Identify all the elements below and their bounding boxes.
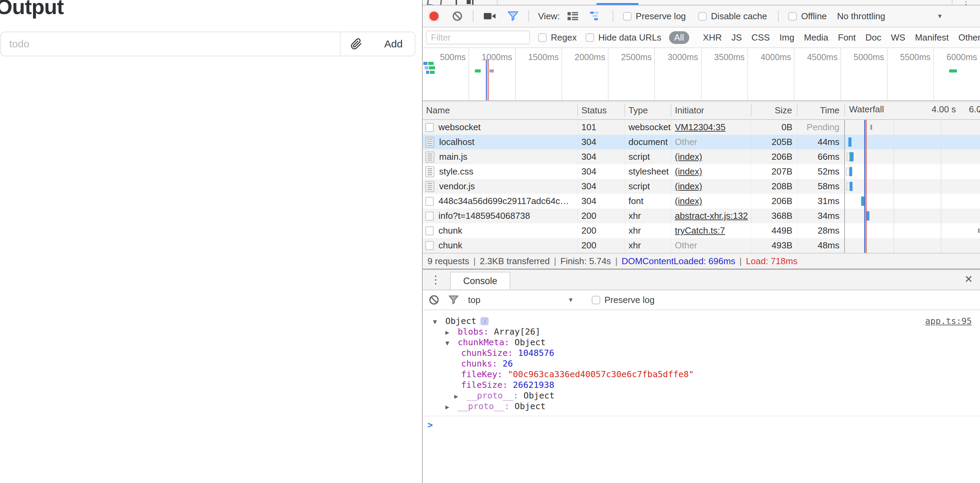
table-row[interactable]: vendor.js 304 script (index) 208B 58ms [423,179,980,194]
filmstrip-button[interactable] [484,12,495,20]
column-header-name[interactable]: Name [423,104,578,116]
initiator-link[interactable]: (index) [675,166,702,176]
view-waterfall-button[interactable] [590,12,602,21]
todo-input[interactable] [1,32,340,56]
divider [528,10,529,22]
request-name: main.js [439,149,467,164]
console-prompt[interactable]: > [423,416,980,430]
todo-input-group: Add [0,32,415,56]
console-prop-chunkmeta[interactable]: ▼chunkMeta: Object [423,337,980,348]
console-preserve-log-checkbox[interactable] [592,296,600,304]
divider [778,10,779,22]
filter-type-font[interactable]: Font [838,32,856,43]
close-icon[interactable]: × [965,272,972,286]
page-title: Output [0,0,64,19]
filter-type-xhr[interactable]: XHR [703,32,722,43]
initiator-link[interactable]: (index) [675,151,702,162]
column-header-status[interactable]: Status [578,104,625,116]
request-type: xhr [625,238,671,253]
initiator-link[interactable]: VM12304:35 [675,122,725,132]
filter-type-doc[interactable]: Doc [865,32,881,43]
expand-arrow-icon[interactable]: ▼ [433,316,445,327]
devtools-menu-icon[interactable]: ⋮ [962,0,970,4]
record-button[interactable] [430,12,439,21]
network-filter-input[interactable] [426,30,530,44]
offline-checkbox[interactable] [788,12,797,21]
console-filter-button[interactable] [449,296,458,304]
expand-arrow-icon[interactable]: ▶ [445,402,458,412]
preserve-log-checkbox[interactable] [623,12,632,21]
filter-type-css[interactable]: CSS [751,32,770,43]
initiator-link[interactable]: (index) [675,181,702,191]
console-proto-inner[interactable]: ▶__proto__: Object [423,390,980,401]
table-row-selected[interactable]: localhost 304 document Other 205B 44ms [423,135,980,149]
expand-arrow-icon[interactable]: ▶ [445,327,458,338]
expand-arrow-icon[interactable]: ▶ [454,391,467,402]
initiator-link[interactable]: abstract-xhr.js:132 [675,211,748,221]
column-header-size[interactable]: Size [751,104,797,116]
tab-console[interactable]: Console [450,272,510,289]
waterfall-bar [850,167,852,176]
execution-context-select[interactable]: top [468,295,480,305]
hide-data-urls-label: Hide data URLs [598,32,662,43]
filter-type-media[interactable]: Media [804,32,829,43]
source-link[interactable]: app.ts:95 [925,316,972,326]
overview-bar [430,71,435,74]
request-status: 304 [578,179,625,194]
ruler-tick: 3000ms [655,48,701,100]
console-prop-blobs[interactable]: ▶blobs: Array[26] [423,326,980,337]
filter-type-manifest[interactable]: Manifest [915,32,949,43]
filter-type-ws[interactable]: WS [891,32,905,43]
disable-cache-checkbox[interactable] [698,12,707,21]
throttling-dropdown-arrow[interactable]: ▼ [937,13,943,20]
filter-type-all[interactable]: All [669,31,689,44]
console-clear-button[interactable] [429,295,439,305]
initiator-link[interactable]: (index) [675,196,702,206]
hide-data-urls-checkbox[interactable] [585,33,594,42]
throttling-select[interactable]: No throttling [837,11,885,22]
prop-key: fileKey: [461,369,503,379]
console-object-root[interactable]: ▼Objecti app.ts:95 [423,316,980,326]
console-proto-outer[interactable]: ▶__proto__: Object [423,401,980,412]
attach-button[interactable] [340,32,372,56]
prop-key: __proto__: [467,391,519,400]
inspect-icon[interactable] [427,0,442,5]
request-name: 448c34a56d699c29117adc64c43aff… [439,194,573,208]
table-row[interactable]: 448c34a56d699c29117adc64c43aff… 304 font… [423,194,980,208]
prop-value: "00c963ca336ed40057c30e6c7fba5dffe8" [508,369,694,379]
table-row[interactable]: main.js 304 script (index) 206B 66ms [423,149,980,164]
table-row[interactable]: info?t=1485954068738 200 xhr abstract-xh… [423,208,980,223]
regex-checkbox[interactable] [538,33,547,42]
request-status: 200 [578,208,625,223]
filter-type-js[interactable]: JS [732,32,742,43]
table-row[interactable]: websocket 101 websocket VM12304:35 0B Pe… [423,120,980,135]
column-header-waterfall[interactable]: Waterfall 4.00 s 6.0 ▲ [845,101,980,119]
column-header-initiator[interactable]: Initiator [671,104,751,116]
device-toolbar-icon[interactable] [456,0,474,5]
expand-arrow-icon[interactable]: ▼ [445,338,458,348]
network-filter-toggle[interactable] [508,11,518,21]
column-header-time[interactable]: Time [797,104,845,116]
network-overview[interactable]: 500ms 1000ms 1500ms 2000ms 2500ms 3000ms… [423,48,980,101]
initiator-link[interactable]: tryCatch.ts:7 [675,226,725,236]
clear-button[interactable] [452,11,463,21]
request-size: 449B [751,223,797,238]
ruler-tick: 3500ms [702,48,748,100]
request-status: 200 [578,238,625,253]
column-header-type[interactable]: Type [625,104,671,116]
waterfall-gridline [893,120,894,253]
table-row[interactable]: style.css 304 stylesheet (index) 207B 52… [423,164,980,179]
divider [952,0,953,5]
request-status: 101 [578,120,625,135]
summary-transferred: 2.3KB transferred [480,256,550,267]
table-row[interactable]: chunk 200 xhr tryCatch.ts:7 449B 28ms [423,223,980,238]
add-button[interactable]: Add [372,32,415,56]
filter-type-other[interactable]: Other [958,32,980,43]
ruler-tick: 1000ms [469,48,515,100]
context-dropdown-arrow[interactable]: ▼ [568,297,574,303]
request-type: xhr [625,208,671,223]
table-row[interactable]: chunk 200 xhr Other 493B 48ms [423,238,980,253]
view-list-button[interactable] [567,12,578,21]
drawer-menu-icon[interactable]: ⋮ [430,274,441,285]
filter-type-img[interactable]: Img [780,32,794,43]
